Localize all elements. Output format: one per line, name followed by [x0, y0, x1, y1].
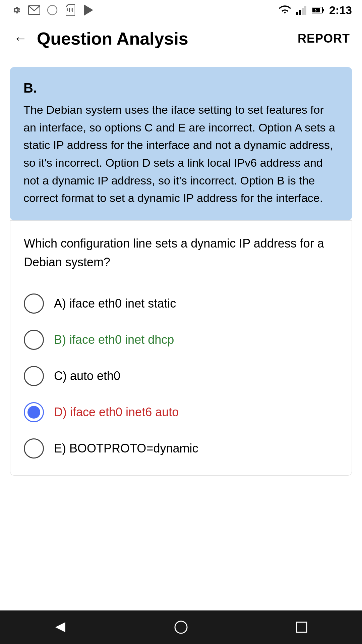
wifi-icon: [278, 5, 292, 15]
nav-recent-button[interactable]: [288, 614, 315, 641]
svg-rect-19: [297, 622, 307, 632]
svg-rect-9: [302, 8, 304, 15]
battery-icon: [312, 6, 324, 14]
option-e-label: E) BOOTPROTO=dynamic: [54, 441, 198, 455]
explanation-letter: B.: [23, 80, 339, 96]
signal-off-icon: [46, 4, 58, 16]
radio-e: [24, 438, 44, 459]
page-title: Question Analysis: [37, 29, 188, 49]
option-b[interactable]: B) iface eth0 inet dhcp: [24, 330, 338, 350]
sd-card-icon: [64, 4, 76, 16]
app-bar: ← Question Analysis REPORT: [0, 20, 362, 57]
option-c-label: C) auto eth0: [54, 369, 120, 383]
radio-d: [24, 402, 44, 422]
play-icon: [82, 4, 95, 16]
option-b-label: B) iface eth0 inet dhcp: [54, 333, 174, 347]
svg-rect-7: [296, 12, 298, 15]
nav-back-button[interactable]: [47, 614, 74, 641]
explanation-text: The Debian system uses the iface setting…: [23, 101, 339, 207]
svg-marker-6: [84, 4, 93, 16]
svg-point-18: [175, 621, 187, 633]
option-d-label: D) iface eth0 inet6 auto: [54, 405, 179, 419]
back-button[interactable]: ←: [12, 30, 29, 47]
question-divider: [24, 280, 338, 280]
explanation-card: B. The Debian system uses the iface sett…: [10, 67, 352, 220]
email-icon: [28, 4, 40, 16]
report-button[interactable]: REPORT: [298, 32, 350, 46]
svg-marker-17: [55, 622, 65, 632]
option-a-label: A) iface eth0 inet static: [54, 297, 176, 311]
status-bar: 2:13: [0, 0, 362, 20]
svg-rect-12: [323, 9, 324, 11]
option-d[interactable]: D) iface eth0 inet6 auto: [24, 402, 338, 422]
option-a[interactable]: A) iface eth0 inet static: [24, 293, 338, 314]
option-c[interactable]: C) auto eth0: [24, 366, 338, 386]
radio-c: [24, 366, 44, 386]
nav-home-button[interactable]: [168, 614, 194, 641]
svg-point-1: [48, 5, 57, 15]
question-card: Which configuration line sets a dynamic …: [10, 220, 352, 476]
radio-a: [24, 293, 44, 314]
status-icons: [10, 4, 95, 16]
bottom-nav: [0, 610, 362, 644]
svg-rect-10: [304, 6, 306, 15]
app-bar-left: ← Question Analysis: [12, 29, 188, 49]
radio-b: [24, 330, 44, 350]
option-e[interactable]: E) BOOTPROTO=dynamic: [24, 438, 338, 459]
status-right: 2:13: [278, 4, 352, 17]
settings-icon: [10, 4, 22, 16]
time-display: 2:13: [329, 4, 352, 17]
signal-icon: [296, 5, 307, 15]
main-content: B. The Debian system uses the iface sett…: [0, 57, 362, 486]
radio-d-fill: [27, 406, 40, 419]
svg-rect-8: [299, 10, 301, 15]
question-text: Which configuration line sets a dynamic …: [24, 234, 338, 272]
